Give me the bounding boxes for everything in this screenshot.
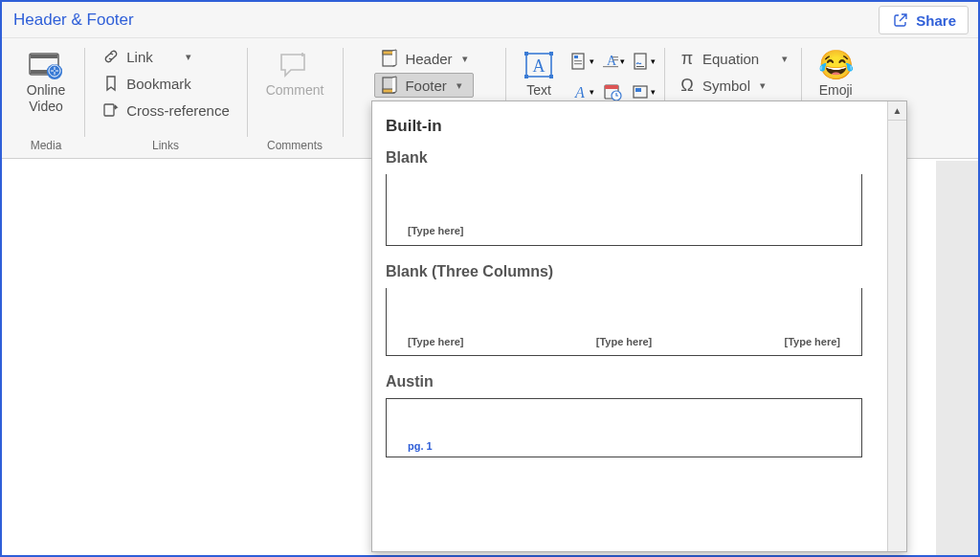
svg-rect-22	[612, 56, 618, 57]
group-comments: Comment Comments	[247, 42, 343, 158]
group-media-label: Media	[15, 139, 77, 156]
group-media: Online Video Media	[8, 42, 84, 158]
wordart-icon: A	[570, 82, 590, 101]
header-label: Header	[405, 51, 452, 67]
active-tab-label[interactable]: Header & Footer	[13, 11, 134, 30]
signature-button[interactable]: ▾	[630, 48, 657, 75]
comment-label: Comment	[266, 82, 324, 99]
chevron-down-icon: ▾	[462, 53, 468, 65]
tab-row: Header & Footer Share	[2, 2, 978, 38]
svg-rect-17	[574, 56, 578, 58]
gallery-item-blank[interactable]: [Type here]	[386, 174, 862, 246]
link-label: Link	[126, 49, 153, 65]
svg-rect-13	[524, 75, 528, 78]
object-icon	[632, 82, 651, 101]
gallery-item-title: Blank (Three Columns)	[386, 263, 874, 280]
share-button[interactable]: Share	[879, 6, 969, 34]
svg-rect-5	[104, 104, 114, 116]
online-video-button[interactable]: Online Video	[15, 44, 77, 115]
chevron-down-icon: ▾	[651, 56, 656, 66]
placeholder-text: [Type here]	[596, 336, 652, 347]
crossref-label: Cross-reference	[126, 102, 230, 119]
textbox-label: Text	[526, 82, 551, 99]
equation-icon: π	[678, 49, 697, 68]
gallery-item-austin[interactable]: pg. 1	[386, 398, 862, 457]
scroll-up-icon[interactable]: ▲	[888, 101, 906, 121]
dropcap-icon: A	[601, 52, 620, 71]
svg-rect-26	[605, 85, 618, 89]
chevron-down-icon: ▾	[651, 87, 656, 97]
footer-label: Footer	[405, 78, 446, 94]
signature-icon	[632, 52, 651, 71]
chevron-down-icon: ▾	[590, 87, 594, 97]
header-icon	[380, 49, 399, 68]
svg-rect-23	[612, 59, 618, 60]
quick-parts-icon	[570, 52, 590, 71]
document-gutter	[936, 161, 978, 555]
dropcap-button[interactable]: A ▾	[599, 48, 626, 75]
chevron-down-icon: ▾	[760, 79, 766, 92]
emoji-label: Emoji	[819, 82, 853, 99]
equation-button[interactable]: π Equation ▾	[672, 46, 793, 71]
svg-text:A: A	[533, 56, 546, 76]
comment-button: Comment	[255, 44, 335, 99]
comment-icon	[276, 48, 314, 82]
crossref-icon	[101, 100, 121, 120]
equation-label: Equation	[702, 51, 759, 67]
bookmark-button[interactable]: Bookmark	[96, 71, 235, 96]
online-video-icon	[27, 48, 65, 82]
app-frame: Header & Footer Share	[0, 0, 980, 557]
group-comments-label: Comments	[255, 139, 335, 156]
symbol-icon: Ω	[678, 76, 697, 95]
share-icon	[891, 11, 910, 30]
chevron-down-icon: ▾	[782, 53, 788, 65]
gallery-item-title: Austin	[386, 373, 874, 390]
svg-rect-24	[603, 66, 618, 67]
group-links-label: Links	[92, 139, 239, 156]
gallery-section-label: Built-in	[386, 117, 874, 136]
svg-rect-29	[636, 66, 644, 67]
placeholder-text: [Type here]	[408, 336, 463, 347]
chevron-down-icon: ▾	[457, 79, 462, 92]
quick-parts-button[interactable]: ▾	[568, 48, 595, 75]
header-button[interactable]: Header ▾	[374, 46, 473, 71]
footer-gallery: Built-in Blank [Type here] Blank (Three …	[371, 100, 907, 552]
austin-pg-label: pg. 1	[408, 440, 433, 452]
symbol-label: Symbol	[702, 78, 750, 94]
crossref-button[interactable]: Cross-reference	[96, 98, 235, 123]
svg-text:A: A	[574, 84, 585, 100]
footer-icon	[380, 76, 399, 95]
gallery-item-blank-3col[interactable]: [Type here] [Type here] [Type here]	[386, 288, 862, 356]
emoji-button[interactable]: 😂 Emoji	[809, 44, 862, 99]
svg-rect-11	[524, 52, 528, 56]
date-time-icon	[603, 82, 622, 101]
gallery-item-title: Blank	[386, 149, 874, 167]
textbox-button[interactable]: A Text	[513, 44, 565, 99]
svg-rect-18	[574, 60, 582, 61]
chevron-down-icon: ▾	[620, 56, 625, 66]
link-button[interactable]: Link ▾	[96, 44, 235, 69]
svg-rect-19	[574, 63, 582, 64]
svg-rect-12	[549, 52, 553, 56]
emoji-icon: 😂	[816, 48, 855, 82]
gallery-scrollbar[interactable]: ▲	[887, 101, 906, 551]
placeholder-text: [Type here]	[408, 225, 463, 236]
placeholder-text: [Type here]	[785, 336, 840, 347]
online-video-label: Online Video	[27, 82, 65, 115]
footer-button[interactable]: Footer ▾	[374, 73, 473, 98]
svg-text:A: A	[607, 54, 617, 68]
textbox-icon: A	[520, 48, 558, 82]
svg-rect-31	[635, 88, 641, 92]
chevron-down-icon: ▾	[186, 51, 191, 63]
bookmark-icon	[101, 74, 121, 93]
group-links: Link ▾ Bookmark Cross-ref	[84, 42, 247, 158]
scroll-track[interactable]	[888, 121, 906, 551]
link-icon	[101, 47, 121, 66]
svg-rect-14	[549, 75, 553, 78]
share-label: Share	[916, 12, 956, 29]
chevron-down-icon: ▾	[590, 56, 594, 66]
bookmark-label: Bookmark	[126, 76, 191, 92]
svg-rect-1	[31, 55, 57, 58]
symbol-button[interactable]: Ω Symbol ▾	[672, 73, 793, 98]
